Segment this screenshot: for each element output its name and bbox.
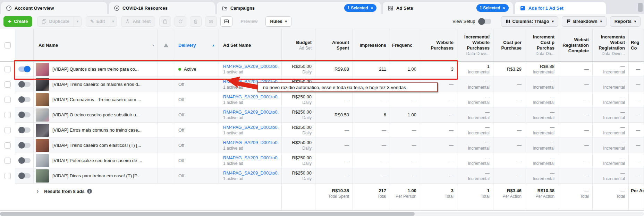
total-incremental-purchases-cell: 1 Total xyxy=(457,184,493,211)
incremental-purchases-cell-value: 1 xyxy=(487,64,490,69)
ad-thumbnail[interactable] xyxy=(36,108,49,122)
ad-name-link[interactable]: [VIDAP] Treino caseiro: os maiores erros… xyxy=(52,82,142,87)
breakdown-icon xyxy=(566,19,571,24)
active-ad-count: 1 active ad xyxy=(223,131,243,135)
vertical-scrollbar-thumb[interactable] xyxy=(638,3,643,12)
row-checkbox[interactable] xyxy=(5,112,11,118)
ad-name-link[interactable]: [VIDAP] Coronavirus - Treino caseiro com… xyxy=(52,97,141,102)
header-ad-name[interactable]: Ad Name ▾ xyxy=(34,29,158,62)
header-budget[interactable]: Budget Ad Set xyxy=(282,29,315,62)
chevron-right-icon[interactable]: › xyxy=(37,189,39,194)
header-cost-per-purchase[interactable]: Cost per Purchase xyxy=(493,29,525,62)
close-icon[interactable]: ✕ xyxy=(503,6,506,10)
create-button[interactable]: + Create xyxy=(3,16,32,27)
ad-set-link[interactable]: RM4PAG_SA209_D001to0... xyxy=(223,109,279,115)
tab-account-overview[interactable]: Account Overview xyxy=(1,2,107,14)
header-amount-spent[interactable]: Amount Spent xyxy=(315,29,353,62)
duplicate-dropdown[interactable]: ▾ xyxy=(74,16,82,27)
header-website-purchases[interactable]: Website Purchases xyxy=(420,29,457,62)
tab-covid-resources[interactable]: COVID-19 Resources xyxy=(109,2,215,14)
registration-complete-cell-value: — xyxy=(584,66,589,72)
row-checkbox[interactable] xyxy=(5,97,11,103)
red-annotation-arrow xyxy=(222,76,262,92)
caret-down-icon[interactable]: ▾ xyxy=(152,43,154,47)
preview-button[interactable]: Preview xyxy=(236,16,262,27)
horizontal-scrollbar[interactable] xyxy=(0,212,644,216)
ad-set-link[interactable]: RM4PAG_SA209_D001to0... xyxy=(223,170,279,176)
total-value: R$10.38 xyxy=(537,188,554,193)
delete-button[interactable] xyxy=(190,16,202,27)
incremental-cost-cell-sublabel: Incremental xyxy=(533,131,554,135)
ad-toggle[interactable] xyxy=(18,158,31,163)
clipboard-button[interactable] xyxy=(159,16,171,27)
ad-thumbnail[interactable] xyxy=(36,78,49,91)
header-registration-clipped[interactable]: Reg Co xyxy=(629,29,644,62)
ad-thumbnail[interactable] xyxy=(36,124,49,137)
budget-cell-sublabel: Daily xyxy=(302,176,312,181)
ad-name-link[interactable]: [VIDAP] Dicas para treinar em casa! (T) … xyxy=(52,173,141,178)
ad-toggle[interactable] xyxy=(18,112,31,117)
ad-thumbnail[interactable] xyxy=(36,63,49,76)
ad-thumbnail[interactable] xyxy=(36,154,49,167)
columns-button[interactable]: Columns: Thiago ▾ xyxy=(501,16,558,27)
ad-set-link[interactable]: RM4PAG_SA209_D001to0... xyxy=(223,125,279,130)
ad-toggle[interactable] xyxy=(18,66,31,72)
ad-set-link[interactable]: RM4PAG_SA209_D001to0... xyxy=(223,64,279,69)
header-frequency[interactable]: Frequenc xyxy=(390,29,420,62)
edit-button[interactable]: ✎ Edit xyxy=(86,16,109,27)
ad-thumbnail[interactable] xyxy=(36,93,49,106)
breakdown-button[interactable]: Breakdown ▾ xyxy=(562,16,607,27)
ad-name-link[interactable]: [VIDAP] Erros mais comuns no treino case… xyxy=(52,127,142,133)
edit-dropdown[interactable]: ▾ xyxy=(109,16,117,27)
ad-set-link[interactable]: RM4PAG_SA209_D001to0... xyxy=(223,94,279,99)
header-incremental-website-purchases[interactable]: Incremental Website Purchases Data-Drive… xyxy=(457,29,493,62)
export-button[interactable] xyxy=(220,16,232,27)
row-checkbox[interactable] xyxy=(5,173,11,179)
ad-toggle[interactable] xyxy=(18,82,31,87)
refresh-button[interactable] xyxy=(175,16,186,27)
select-all-checkbox[interactable] xyxy=(5,42,11,48)
tab-ad-sets[interactable]: Ad Sets 1 Selected ✕ xyxy=(383,2,513,14)
row-alerts-cell xyxy=(158,168,174,184)
header-toggle-cell xyxy=(15,29,34,62)
incremental-purchases-cell-sublabel: Incremental xyxy=(468,146,490,151)
tab-campaigns[interactable]: Campaigns 1 Selected ✕ xyxy=(217,2,381,14)
impressions-cell-value: — xyxy=(382,158,386,163)
ad-toggle[interactable] xyxy=(18,97,31,102)
header-impressions[interactable]: Impressions xyxy=(353,29,390,62)
row-checkbox[interactable] xyxy=(5,66,11,72)
ad-thumbnail[interactable] xyxy=(36,169,49,183)
budget-cell-sublabel: Daily xyxy=(302,146,312,151)
close-icon[interactable]: ✕ xyxy=(371,6,373,10)
ab-test-button[interactable]: A/B Test xyxy=(121,16,155,27)
ad-toggle[interactable] xyxy=(18,127,31,133)
header-incremental-cost-per-purchase[interactable]: Increment Cost p Purchas Data-Dri... xyxy=(525,29,558,62)
ad-name-link[interactable]: [VIDAP] Treino caseiro com elásticos! (T… xyxy=(52,143,141,148)
audience-button[interactable] xyxy=(205,16,217,27)
tab-ads-for-ad-set[interactable]: Ads for 1 Ad Set xyxy=(515,2,606,14)
horizontal-scrollbar-thumb[interactable] xyxy=(0,212,415,216)
ad-name-link[interactable]: [VIDAP] Quantos dias sem treino para co.… xyxy=(52,66,139,72)
reports-button[interactable]: Reports ▾ xyxy=(610,16,641,27)
header-delivery[interactable]: Delivery ▲ xyxy=(174,29,219,62)
header-incremental-website-registration[interactable]: Incrementa Websit Registration Data-Driv… xyxy=(593,29,629,62)
ad-set-link[interactable]: RM4PAG_SA209_D001to0... xyxy=(223,155,279,160)
info-icon[interactable]: i xyxy=(87,189,92,194)
ad-toggle[interactable] xyxy=(18,173,31,178)
header-ad-set-name[interactable]: Ad Set Name xyxy=(219,29,282,62)
website-purchases-cell: — xyxy=(420,92,457,107)
row-checkbox[interactable] xyxy=(5,142,11,149)
row-checkbox[interactable] xyxy=(5,127,11,133)
rules-button[interactable]: Rules ▾ xyxy=(265,16,291,27)
row-checkbox[interactable] xyxy=(5,158,11,164)
toggle-knob xyxy=(18,127,25,133)
ad-set-link[interactable]: RM4PAG_SA209_D001to0... xyxy=(223,140,279,145)
duplicate-button[interactable]: Duplicate xyxy=(37,16,74,27)
ad-name-link[interactable]: [VIDAP] Potencialize seu treino caseiro … xyxy=(52,158,142,163)
view-setup-toggle[interactable] xyxy=(478,19,491,24)
ad-toggle[interactable] xyxy=(18,143,31,148)
ad-name-link[interactable]: [VIDAP] O treino caseiro pode substituir… xyxy=(52,112,139,117)
ad-thumbnail[interactable] xyxy=(36,139,49,152)
header-website-registration-complete[interactable]: Websit Registration Complete xyxy=(558,29,593,62)
row-checkbox[interactable] xyxy=(5,81,11,88)
